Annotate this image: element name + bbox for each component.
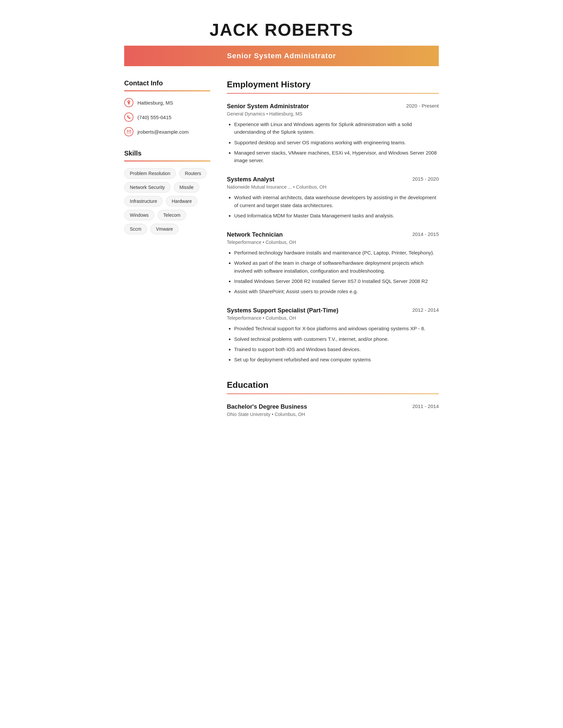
job-header: Systems Support Specialist (Part-Time)20… xyxy=(227,307,439,314)
contact-phone: (740) 555-0415 xyxy=(124,113,210,122)
education-section-title: Education xyxy=(227,380,439,390)
job-company: Teleperformance • Columbus, OH xyxy=(227,240,439,245)
location-icon xyxy=(124,98,133,107)
job-company: General Dynamics • Hattiesburg, MS xyxy=(227,111,439,116)
job-block: Systems Support Specialist (Part-Time)20… xyxy=(227,307,439,363)
edu-header: Bachelor's Degree Business2011 - 2014 xyxy=(227,403,439,410)
job-bullet: Worked with internal architects, data wa… xyxy=(234,194,439,209)
email-icon xyxy=(124,127,133,136)
job-bullet: Set up for deployment refurbished and ne… xyxy=(234,356,439,363)
employment-divider xyxy=(227,93,439,94)
skill-tag: Network Security xyxy=(124,182,170,193)
skill-tag: Infrastructure xyxy=(124,196,163,206)
candidate-title: Senior System Administrator xyxy=(227,52,336,60)
sidebar: Contact Info Hattiesburg, MS xyxy=(124,79,210,234)
candidate-name: JACK ROBERTS xyxy=(124,20,439,40)
job-header: Systems Analyst2015 - 2020 xyxy=(227,176,439,183)
resume-wrapper: JACK ROBERTS Senior System Administrator… xyxy=(124,0,439,443)
job-bullets: Worked with internal architects, data wa… xyxy=(227,194,439,219)
contact-section: Contact Info Hattiesburg, MS xyxy=(124,79,210,136)
job-company: Teleperformance • Columbus, OH xyxy=(227,315,439,321)
job-title: Systems Analyst xyxy=(227,176,274,183)
job-bullet: Performed technology hardware installs a… xyxy=(234,249,439,256)
education-section: Education Bachelor's Degree Business2011… xyxy=(227,380,439,417)
skill-tag: Hardware xyxy=(166,196,197,206)
employment-section: Employment History Senior System Adminis… xyxy=(227,79,439,363)
employment-section-title: Employment History xyxy=(227,79,439,90)
job-block: Network Technician2014 - 2015Teleperform… xyxy=(227,231,439,295)
body-layout: Contact Info Hattiesburg, MS xyxy=(124,79,439,417)
jobs-container: Senior System Administrator2020 - Presen… xyxy=(227,103,439,363)
job-title: Senior System Administrator xyxy=(227,103,309,110)
job-dates: 2015 - 2020 xyxy=(412,176,439,182)
job-bullet: Solved technical problems with customers… xyxy=(234,335,439,343)
phone-value: (740) 555-0415 xyxy=(137,114,171,120)
job-company: Nationwide Mutual Insurance ... • Columb… xyxy=(227,184,439,190)
skill-tag: Routers xyxy=(179,168,207,179)
email-value: jroberts@example.com xyxy=(137,129,188,135)
job-bullet: Managed server stacks, VMware machines, … xyxy=(234,149,439,164)
job-block: Senior System Administrator2020 - Presen… xyxy=(227,103,439,164)
job-title: Network Technician xyxy=(227,231,283,238)
job-dates: 2012 - 2014 xyxy=(412,307,439,313)
edu-degree: Bachelor's Degree Business xyxy=(227,403,307,410)
job-dates: 2014 - 2015 xyxy=(412,231,439,237)
skill-tag: Problem Resolution xyxy=(124,168,176,179)
skill-tag: Sccm xyxy=(124,224,147,234)
job-bullet: Installed Windows Server 2008 R2 Install… xyxy=(234,277,439,285)
skill-tag: Telecom xyxy=(158,210,186,220)
location-value: Hattiesburg, MS xyxy=(137,100,173,106)
skills-section: Skills Problem ResolutionRoutersNetwork … xyxy=(124,150,210,234)
job-bullet: Worked as part of the team in charge of … xyxy=(234,259,439,275)
skills-section-title: Skills xyxy=(124,150,210,157)
job-block: Systems Analyst2015 - 2020Nationwide Mut… xyxy=(227,176,439,219)
skills-divider xyxy=(124,160,210,161)
job-bullet: Trained to support both iOS and Windows … xyxy=(234,345,439,353)
job-header: Network Technician2014 - 2015 xyxy=(227,231,439,238)
contact-email: jroberts@example.com xyxy=(124,127,210,136)
skill-tag: Missile xyxy=(174,182,199,193)
job-bullet: Experience with Linux and Windows agents… xyxy=(234,120,439,136)
job-bullets: Experience with Linux and Windows agents… xyxy=(227,120,439,164)
edu-dates: 2011 - 2014 xyxy=(412,403,439,409)
header: JACK ROBERTS xyxy=(124,20,439,40)
edu-school: Ohio State University • Columbus, OH xyxy=(227,412,439,417)
education-divider xyxy=(227,393,439,394)
job-bullet: Supported desktop and server OS migratio… xyxy=(234,139,439,146)
contact-location: Hattiesburg, MS xyxy=(124,98,210,107)
contact-divider xyxy=(124,90,210,91)
job-header: Senior System Administrator2020 - Presen… xyxy=(227,103,439,110)
job-bullet: Used Informatica MDM for Master Data Man… xyxy=(234,212,439,219)
skill-tag: Vmware xyxy=(150,224,178,234)
skills-tags: Problem ResolutionRoutersNetwork Securit… xyxy=(124,168,210,234)
skill-tag: Windows xyxy=(124,210,154,220)
edu-container: Bachelor's Degree Business2011 - 2014Ohi… xyxy=(227,403,439,417)
phone-icon xyxy=(124,113,133,122)
job-bullets: Performed technology hardware installs a… xyxy=(227,249,439,295)
job-bullet: Provided Technical support for X-box pla… xyxy=(234,325,439,332)
job-dates: 2020 - Present xyxy=(406,103,439,109)
job-bullet: Assist with SharePoint; Assist users to … xyxy=(234,288,439,295)
job-title: Systems Support Specialist (Part-Time) xyxy=(227,307,339,314)
contact-section-title: Contact Info xyxy=(124,79,210,87)
main-content: Employment History Senior System Adminis… xyxy=(227,79,439,417)
job-bullets: Provided Technical support for X-box pla… xyxy=(227,325,439,363)
edu-block: Bachelor's Degree Business2011 - 2014Ohi… xyxy=(227,403,439,417)
title-bar: Senior System Administrator xyxy=(124,46,439,66)
